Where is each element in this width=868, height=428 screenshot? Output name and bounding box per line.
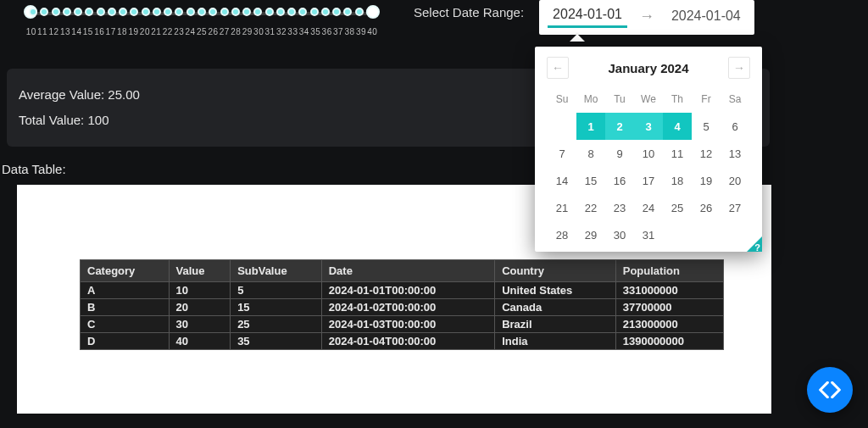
calendar-day[interactable]: 30: [605, 221, 634, 248]
slider-tick[interactable]: [276, 8, 285, 16]
date-range-label: Select Date Range:: [414, 5, 524, 19]
table-cell: India: [495, 333, 616, 350]
slider-tick[interactable]: [287, 8, 296, 16]
calendar-day[interactable]: 16: [605, 167, 634, 194]
calendar-day[interactable]: 31: [634, 221, 663, 248]
slider-handle-right[interactable]: [366, 5, 380, 19]
calendar-day[interactable]: 4: [663, 113, 692, 140]
slider-tick-label: 11: [36, 27, 47, 36]
slider-tick[interactable]: [164, 8, 172, 16]
calendar-day[interactable]: 3: [634, 113, 663, 140]
table-cell: 37700000: [615, 299, 723, 316]
slider-tick[interactable]: [186, 8, 195, 16]
calendar-title: January 2024: [608, 61, 688, 75]
calendar-day[interactable]: 10: [634, 140, 663, 167]
value-range-slider[interactable]: 1011121314151617181920212223242526272829…: [24, 0, 380, 36]
chevron-right-icon: [831, 381, 841, 398]
slider-tick[interactable]: [209, 8, 217, 16]
slider-tick[interactable]: [231, 8, 240, 16]
slider-tick[interactable]: [220, 8, 229, 16]
code-fab-button[interactable]: [807, 367, 853, 413]
table-cell: Canada: [495, 299, 616, 316]
calendar-day[interactable]: 26: [692, 194, 721, 221]
calendar-popup[interactable]: ← January 2024 → SuMoTuWeThFrSa123456789…: [535, 47, 762, 252]
slider-tick[interactable]: [142, 8, 150, 16]
calendar-next-button[interactable]: →: [728, 57, 750, 79]
slider-tick-label: 38: [344, 27, 355, 36]
calendar-dow: Su: [548, 86, 576, 113]
slider-tick[interactable]: [298, 8, 307, 16]
calendar-day[interactable]: 20: [721, 167, 749, 194]
slider-tick[interactable]: [97, 8, 105, 16]
date-range-input[interactable]: 2024-01-01 → 2024-01-04: [539, 0, 754, 35]
slider-tick[interactable]: [29, 8, 37, 16]
calendar-day[interactable]: 24: [634, 194, 663, 221]
slider-tick-label: 19: [128, 27, 139, 36]
slider-tick[interactable]: [310, 8, 319, 16]
slider-tick-label: 35: [310, 27, 321, 36]
calendar-prev-button[interactable]: ←: [547, 57, 569, 79]
slider-tick[interactable]: [321, 8, 330, 16]
calendar-day[interactable]: 6: [721, 113, 749, 140]
calendar-day[interactable]: 22: [576, 194, 605, 221]
slider-tick[interactable]: [242, 8, 251, 16]
table-cell: 2024-01-04T00:00:00: [321, 333, 494, 350]
table-cell: 2024-01-01T00:00:00: [321, 282, 494, 299]
slider-tick[interactable]: [153, 8, 161, 16]
total-value: 100: [87, 113, 108, 127]
slider-tick[interactable]: [332, 8, 341, 16]
table-cell: 2024-01-02T00:00:00: [321, 299, 494, 316]
date-range-start[interactable]: 2024-01-01: [548, 5, 627, 28]
calendar-day[interactable]: 28: [548, 221, 576, 248]
calendar-day[interactable]: 15: [576, 167, 605, 194]
calendar-day[interactable]: 2: [605, 113, 634, 140]
calendar-day[interactable]: 8: [576, 140, 605, 167]
calendar-day[interactable]: 13: [721, 140, 749, 167]
slider-tick[interactable]: [63, 8, 71, 16]
data-table: CategoryValueSubValueDateCountryPopulati…: [80, 259, 724, 350]
slider-tick[interactable]: [253, 8, 262, 16]
table-row: A1052024-01-01T00:00:00United States3310…: [81, 282, 724, 299]
calendar-day[interactable]: 21: [548, 194, 576, 221]
slider-tick[interactable]: [265, 8, 274, 16]
slider-tick[interactable]: [85, 8, 93, 16]
slider-tick-label: 26: [208, 27, 219, 36]
calendar-day[interactable]: 7: [548, 140, 576, 167]
calendar-day[interactable]: 14: [548, 167, 576, 194]
slider-tick[interactable]: [40, 8, 48, 16]
slider-tick[interactable]: [130, 8, 138, 16]
slider-tick-label: 22: [162, 27, 173, 36]
calendar-day[interactable]: 1: [576, 113, 605, 140]
slider-tick-label: 15: [82, 27, 93, 36]
calendar-day[interactable]: 23: [605, 194, 634, 221]
calendar-day[interactable]: 19: [692, 167, 721, 194]
calendar-day[interactable]: 17: [634, 167, 663, 194]
table-header: Category: [81, 260, 170, 282]
slider-tick-label: 31: [264, 27, 275, 36]
slider-tick[interactable]: [52, 8, 60, 16]
slider-tick-label: 10: [25, 27, 36, 36]
calendar-day[interactable]: 12: [692, 140, 721, 167]
calendar-day[interactable]: 25: [663, 194, 692, 221]
slider-tick-label: 18: [116, 27, 127, 36]
slider-tick[interactable]: [74, 8, 82, 16]
calendar-day[interactable]: 9: [605, 140, 634, 167]
slider-tick-label: 12: [48, 27, 59, 36]
slider-tick[interactable]: [355, 8, 364, 16]
calendar-day[interactable]: 5: [692, 113, 721, 140]
slider-tick[interactable]: [175, 8, 183, 16]
table-cell: 25: [231, 316, 322, 333]
calendar-day[interactable]: 18: [663, 167, 692, 194]
calendar-day[interactable]: 11: [663, 140, 692, 167]
slider-tick-label: 23: [173, 27, 184, 36]
calendar-day[interactable]: 29: [576, 221, 605, 248]
calendar-dow: Mo: [576, 86, 605, 113]
slider-tick[interactable]: [198, 8, 206, 16]
slider-tick[interactable]: [108, 8, 116, 16]
slider-tick[interactable]: [343, 8, 352, 16]
table-cell: C: [81, 316, 170, 333]
slider-tick-label: 36: [321, 27, 332, 36]
slider-tick[interactable]: [119, 8, 127, 16]
calendar-day[interactable]: 27: [721, 194, 749, 221]
date-range-end[interactable]: 2024-01-04: [666, 7, 746, 27]
